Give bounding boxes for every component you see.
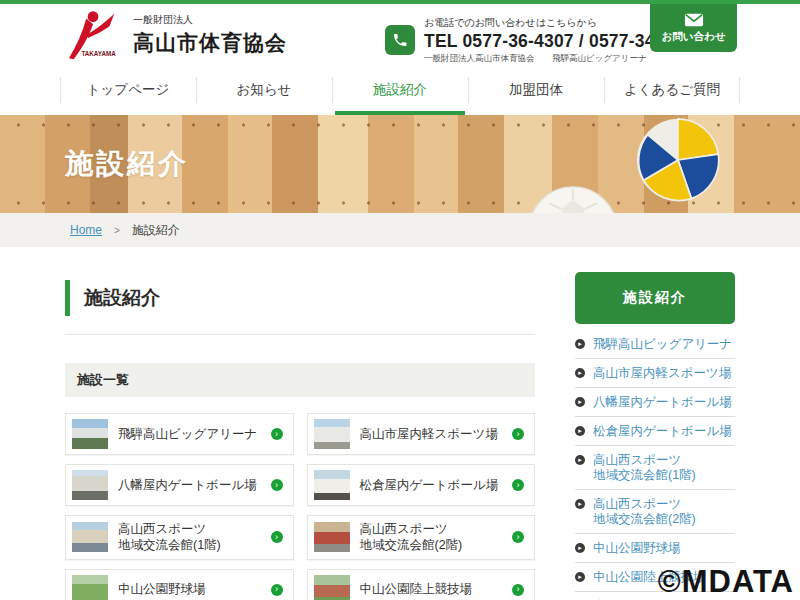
sidebar-section-button[interactable]: 施設紹介 [575,272,735,324]
sidebar-link-text: 高山市屋内軽スポーツ場 [593,366,731,381]
sidebar-link-line1: 高山西スポーツ [593,497,681,511]
phone-icon [385,25,415,55]
sidebar-link-line1: 松倉屋内ゲートボール場 [593,424,732,438]
sidebar-link[interactable]: ▸ 中山公園野球場 [575,534,735,563]
facility-name-line1: 松倉屋内ゲートボール場 [360,478,499,492]
facility-name: 中山公園陸上競技場 [360,581,473,597]
facility-name: 高山西スポーツ 地域交流会館(2階) [360,521,463,554]
facility-thumbnail [314,575,350,600]
sidebar-link-text: 松倉屋内ゲートボール場 [593,424,732,439]
sidebar-link-text: 中山公園野球場 [593,541,681,556]
facility-card[interactable]: 八幡屋内ゲートボール場 › [65,464,294,506]
sidebar-link-line1: 高山西スポーツ [593,453,681,467]
facility-name: 松倉屋内ゲートボール場 [360,477,499,493]
facility-name-line1: 中山公園陸上競技場 [360,582,473,596]
bullet-arrow-icon: ▸ [575,339,585,349]
phone-note-1: 一般財団法人高山市体育協会 [424,53,552,65]
facility-card[interactable]: 高山市屋内軽スポーツ場 › [307,413,536,455]
mail-icon [684,13,704,27]
sidebar-link-text: 八幡屋内ゲートボール場 [593,395,732,410]
arrow-circle-icon: › [271,584,283,596]
nav-item[interactable]: 加盟団体 [468,65,604,115]
facility-card-grid: 飛騨高山ビッグアリーナ › 高山市屋内軽スポーツ場 › [65,413,535,600]
nav-item[interactable]: お知らせ [196,65,332,115]
facility-card[interactable]: 松倉屋内ゲートボール場 › [307,464,536,506]
sidebar-link-line1: 高山市屋内軽スポーツ場 [593,366,731,380]
main-nav: トップページ お知らせ 施設紹介 加盟団体 よくあるご質問 [60,65,740,115]
nav-item-label: お知らせ [237,81,292,99]
page: TAKAYAMA 一般財団法人 高山市体育協会 お電話でのお問い合わせはこちらか… [0,0,800,600]
facility-card[interactable]: 高山西スポーツ 地域交流会館(2階) › [307,515,536,560]
facility-name-line1: 高山西スポーツ [360,522,448,536]
nav-item-label: トップページ [87,81,170,99]
facility-name-line1: 飛騨高山ビッグアリーナ [118,427,257,441]
facility-thumbnail [314,522,350,552]
sidebar-link-line2: 地域交流会館(2階) [593,512,696,527]
logo-wordmark: TAKAYAMA [81,50,116,57]
facility-card[interactable]: 飛騨高山ビッグアリーナ › [65,413,294,455]
arrow-circle-icon: › [512,428,524,440]
breadcrumb-home-link[interactable]: Home [70,223,102,237]
bullet-arrow-icon: ▸ [575,455,585,465]
heading-wrap: 施設紹介 [65,280,535,335]
facility-card[interactable]: 中山公園陸上競技場 › [307,569,536,600]
content: 施設紹介 施設一覧 飛騨高山ビッグアリーナ › [0,247,800,600]
arrow-circle-icon: › [512,584,524,596]
sidebar-link[interactable]: ▸ 八幡屋内ゲートボール場 [575,388,735,417]
arrow-circle-icon: › [271,479,283,491]
nav-item[interactable]: トップページ [60,65,196,115]
nav-item-label: 加盟団体 [509,81,563,99]
sidebar-link[interactable]: ▸ 高山西スポーツ 地域交流会館(1階) [575,446,735,490]
arrow-circle-icon: › [512,531,524,543]
facility-thumbnail [72,470,108,500]
sidebar-link-list: ▸ 飛騨高山ビッグアリーナ ▸ 高山市屋内軽スポーツ場 [575,330,735,600]
hero-banner: 施設紹介 [0,115,800,213]
phone-notes: 一般財団法人高山市体育協会 飛騨高山ビッグアリーナ [424,53,700,65]
section-title: 施設一覧 [65,363,535,397]
facility-name: 八幡屋内ゲートボール場 [118,477,257,493]
facility-card[interactable]: 中山公園野球場 › [65,569,294,600]
volleyball-icon [636,118,720,202]
arrow-circle-icon: › [512,479,524,491]
facility-name: 高山西スポーツ 地域交流会館(1階) [118,521,221,554]
contact-button[interactable]: お問い合わせ [650,4,737,52]
org-type: 一般財団法人 [133,13,287,27]
takayama-figure-icon: TAKAYAMA [65,9,123,61]
facility-card[interactable]: 高山西スポーツ 地域交流会館(1階) › [65,515,294,560]
bullet-arrow-icon: ▸ [575,543,585,553]
sidebar-link-line1: 八幡屋内ゲートボール場 [593,395,732,409]
nav-item[interactable]: 施設紹介 [332,65,468,115]
sidebar-link-line2: 地域交流会館(1階) [593,468,696,483]
facility-name: 中山公園野球場 [118,581,206,597]
hero-title: 施設紹介 [65,145,189,183]
breadcrumb-current: 施設紹介 [132,222,180,239]
sidebar: 施設紹介 ▸ 飛騨高山ビッグアリーナ ▸ 高山市屋内軽スポ [575,247,735,600]
facility-thumbnail [72,575,108,600]
bullet-arrow-icon: ▸ [575,397,585,407]
facility-name-line1: 高山市屋内軽スポーツ場 [360,427,498,441]
contact-button-label: お問い合わせ [662,30,726,44]
nav-item-label: よくあるご質問 [624,81,720,99]
main-column: 施設紹介 施設一覧 飛騨高山ビッグアリーナ › [65,247,535,600]
bullet-arrow-icon: ▸ [575,426,585,436]
facility-thumbnail [72,522,108,552]
site-logo[interactable]: TAKAYAMA 一般財団法人 高山市体育協会 [65,9,287,61]
sidebar-link[interactable]: ▸ 松倉屋内ゲートボール場 [575,417,735,446]
facility-name: 飛騨高山ビッグアリーナ [118,426,257,442]
facility-thumbnail [314,419,350,449]
nav-item[interactable]: よくあるご質問 [604,65,740,115]
sidebar-link-line1: 中山公園野球場 [593,541,681,555]
facility-name-line1: 高山西スポーツ [118,522,206,536]
facility-name-line2: 地域交流会館(2階) [360,537,463,553]
nav-item-label: 施設紹介 [373,81,427,99]
facility-name-line2: 地域交流会館(1階) [118,537,221,553]
sidebar-link[interactable]: ▸ 高山西スポーツ 地域交流会館(2階) [575,490,735,534]
phone-note-2: 飛騨高山ビッグアリーナ [552,53,647,65]
bullet-arrow-icon: ▸ [575,572,585,582]
bullet-arrow-icon: ▸ [575,368,585,378]
sidebar-link-text: 高山西スポーツ 地域交流会館(1階) [593,453,696,483]
bullet-arrow-icon: ▸ [575,499,585,509]
sidebar-link[interactable]: ▸ 飛騨高山ビッグアリーナ [575,330,735,359]
org-name: 高山市体育協会 [133,29,287,57]
sidebar-link[interactable]: ▸ 高山市屋内軽スポーツ場 [575,359,735,388]
